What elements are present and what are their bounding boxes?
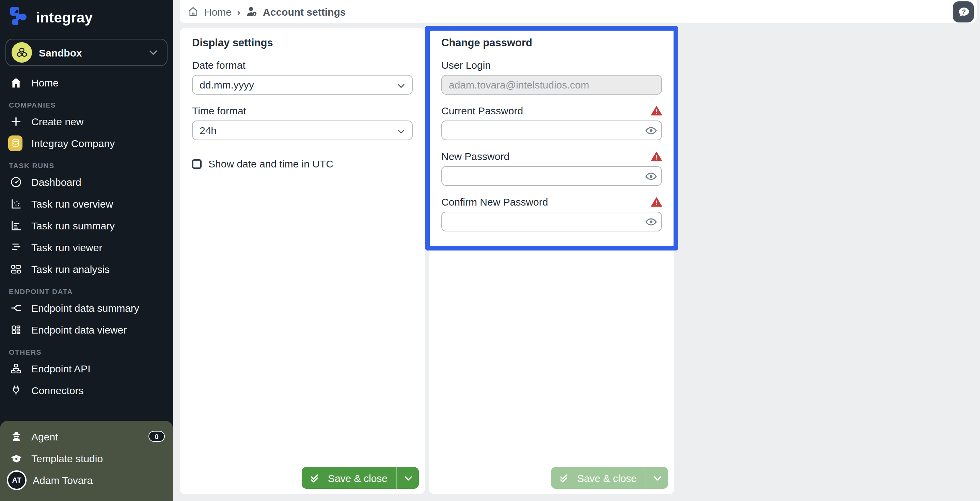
password-save-close-split-button: Save & close: [551, 467, 668, 489]
panel-title: Display settings: [192, 37, 413, 49]
date-format-label: Date format: [192, 59, 245, 71]
home-outline-icon: [187, 6, 199, 17]
change-password-panel: Change password User Login Current Passw…: [429, 28, 674, 494]
confirm-password-input[interactable]: [441, 212, 662, 231]
plus-icon: [10, 116, 22, 127]
user-login-input: [441, 75, 662, 95]
breadcrumb-chevron-icon: ›: [237, 6, 240, 17]
agent-spy-icon: [10, 430, 22, 442]
grid-icon: [10, 324, 22, 335]
date-format-select[interactable]: dd.mm.yyyy: [192, 75, 413, 95]
sidebar-item-task-run-overview[interactable]: Task run overview: [0, 193, 173, 214]
new-password-input[interactable]: [441, 166, 662, 186]
breadcrumb: Home › Account settings: [187, 5, 345, 18]
double-check-icon: [560, 472, 571, 484]
logo-text: integray: [36, 10, 93, 26]
section-title-task-runs: TASK RUNS: [9, 161, 173, 170]
sidebar-item-agent[interactable]: Agent 0: [0, 425, 173, 447]
plug-icon: [10, 384, 22, 396]
save-options-chevron-button-disabled: [646, 467, 668, 489]
user-settings-icon: [246, 5, 258, 18]
gauge-icon: [10, 176, 22, 187]
home-icon: [10, 76, 22, 88]
warning-icon: [651, 105, 662, 116]
current-password-input[interactable]: [441, 120, 662, 140]
sidebar-item-endpoint-api[interactable]: Endpoint API: [0, 357, 173, 379]
section-title-endpoint-data: ENDPOINT DATA: [9, 287, 173, 295]
sidebar-item-endpoint-data-summary[interactable]: Endpoint data summary: [0, 297, 173, 319]
sidebar-item-template-studio[interactable]: Template studio: [0, 447, 173, 469]
database-icon: [8, 135, 22, 151]
display-save-close-split-button: Save & close: [302, 467, 419, 489]
warning-icon: [651, 197, 662, 207]
sidebar-item-connectors[interactable]: Connectors: [0, 379, 173, 401]
chevron-down-icon: [396, 81, 406, 93]
sidebar-item-integray-company[interactable]: Integray Company: [0, 132, 173, 154]
app-viewport: integray Sandbox Home COMPANIES: [0, 0, 980, 501]
svg-text:?: ?: [962, 8, 966, 15]
user-login-label: User Login: [441, 59, 491, 71]
breadcrumb-current: Account settings: [246, 5, 345, 18]
current-password-label: Current Password: [441, 105, 523, 116]
time-format-label: Time format: [192, 105, 246, 116]
new-password-label: New Password: [441, 151, 509, 162]
warning-icon: [651, 151, 662, 162]
sidebar-item-task-run-analysis[interactable]: Task run analysis: [0, 258, 173, 280]
utc-checkbox-label: Show date and time in UTC: [208, 158, 333, 170]
chevron-down-icon: [396, 127, 406, 138]
double-check-icon: [310, 472, 322, 484]
logo[interactable]: integray: [0, 0, 173, 35]
panel-title: Change password: [441, 37, 662, 49]
sidebar-item-create-new[interactable]: Create new: [0, 110, 173, 132]
list-bars-icon: [10, 241, 22, 253]
section-title-others: OTHERS: [9, 348, 173, 356]
user-avatar: AT: [7, 470, 27, 490]
display-settings-panel: Display settings Date format dd.mm.yyyy …: [180, 28, 425, 494]
bar-chart-icon: [10, 220, 22, 231]
agent-count-badge: 0: [148, 431, 165, 442]
open-box-icon: [10, 452, 22, 464]
confirm-password-label: Confirm New Password: [441, 196, 548, 208]
toggle-password-visibility-button[interactable]: [645, 125, 657, 137]
chevron-down-icon: [148, 47, 159, 58]
sidebar-item-dashboard[interactable]: Dashboard: [0, 171, 173, 193]
breadcrumb-home-link[interactable]: Home: [187, 6, 232, 17]
help-button[interactable]: ?: [953, 2, 974, 22]
workspace-name: Sandbox: [39, 47, 82, 58]
help-bubble-icon: ?: [956, 5, 971, 19]
sitemap-icon: [10, 363, 22, 374]
scatter-chart-icon: [10, 198, 22, 209]
sidebar-item-task-run-summary[interactable]: Task run summary: [0, 214, 173, 236]
save-options-chevron-button[interactable]: [396, 467, 419, 489]
time-format-select[interactable]: 24h: [192, 120, 413, 140]
utc-checkbox-row[interactable]: Show date and time in UTC: [192, 158, 413, 170]
toggle-password-visibility-button[interactable]: [645, 170, 657, 182]
sidebar: integray Sandbox Home COMPANIES: [0, 0, 173, 501]
save-close-button-disabled: Save & close: [551, 467, 646, 489]
sidebar-item-home[interactable]: Home: [0, 71, 173, 93]
sidebar-item-user-profile[interactable]: AT Adam Tovara: [0, 469, 173, 491]
sidebar-item-endpoint-data-viewer[interactable]: Endpoint data viewer: [0, 319, 173, 340]
grid-boxes-icon: [10, 263, 22, 275]
utc-checkbox[interactable]: [192, 159, 202, 168]
integray-logo-icon: [8, 5, 31, 30]
save-close-button[interactable]: Save & close: [302, 467, 396, 489]
sidebar-item-task-run-viewer[interactable]: Task run viewer: [0, 236, 173, 258]
sandbox-cubes-icon: [11, 42, 32, 63]
section-title-companies: COMPANIES: [9, 101, 173, 109]
branch-icon: [10, 302, 22, 314]
sidebar-footer: Agent 0 Template studio AT Adam Tovara: [0, 421, 173, 501]
toggle-password-visibility-button[interactable]: [645, 216, 657, 228]
breadcrumb-bar: Home › Account settings: [180, 0, 977, 23]
workspace-selector[interactable]: Sandbox: [5, 39, 167, 66]
